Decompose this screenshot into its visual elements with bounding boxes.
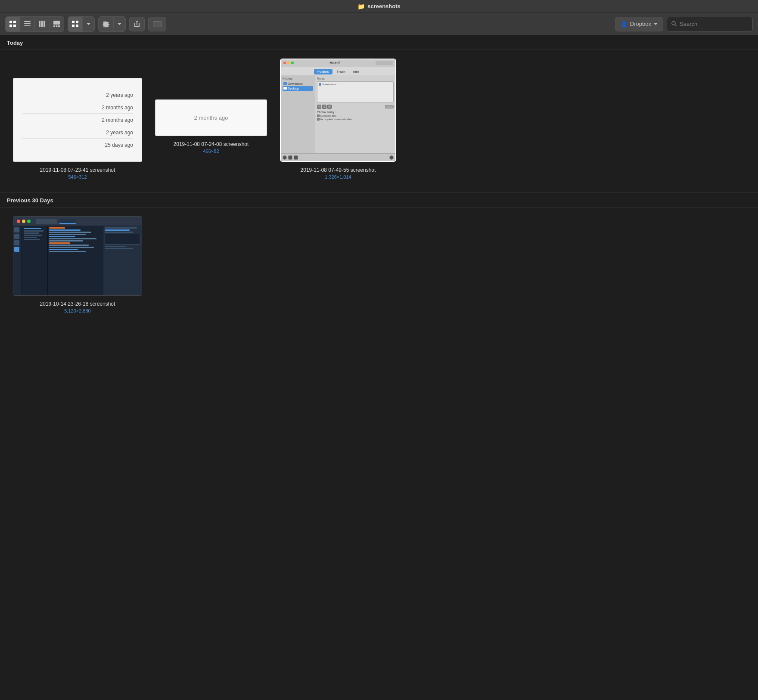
hazel-body: Folders Downloads Desktop Rules (281, 75, 395, 154)
svg-rect-11 (53, 25, 55, 27)
section-label-previous30: Previous 30 Days (7, 197, 53, 204)
svg-point-18 (672, 22, 675, 25)
svg-rect-10 (53, 21, 60, 25)
file-name-1: 2019-11-08 07-23-41 screenshot (40, 167, 115, 173)
svg-rect-4 (24, 21, 31, 22)
hazel-minimize-dot (287, 62, 290, 64)
svg-rect-0 (9, 21, 12, 23)
ide-file-tree (22, 226, 48, 295)
hazel-checkbox (319, 83, 321, 86)
grid-size-btn[interactable] (68, 17, 82, 31)
section-header-today: Today (0, 35, 758, 50)
ide-editor (48, 226, 103, 295)
hazel-rules-box: Screenshots (317, 81, 394, 103)
quicklook-btn[interactable] (148, 17, 166, 31)
ide-left-sidebar (13, 226, 22, 295)
file-dimensions-4: 5,120×2,880 (64, 308, 90, 313)
thumbnail-1: 2 years ago 2 months ago 2 months ago 2 … (13, 78, 142, 162)
ide-titlebar (13, 217, 142, 226)
grid-size-group (68, 16, 95, 32)
thumb-row-1: 2 years ago (22, 92, 133, 101)
file-dimensions-1: 546×312 (68, 174, 87, 180)
svg-rect-1 (13, 21, 16, 23)
hazel-rules-title: Rules (317, 77, 394, 80)
search-box (667, 17, 753, 31)
thumb-row-2: 2 months ago (22, 105, 133, 114)
file-dimensions-3: 1,326×1,014 (325, 174, 351, 180)
window-title: 📁 screenshots (357, 3, 401, 10)
list-item[interactable]: 2 months ago 2019-11-08 07-24-08 screens… (155, 99, 267, 154)
thumb-row-4: 2 years ago (22, 130, 133, 139)
ide-close-dot (17, 220, 20, 223)
svg-rect-2 (9, 25, 12, 27)
ide-right-panel (103, 226, 142, 295)
ide-status-bar (13, 295, 142, 296)
section-label-today: Today (7, 40, 23, 46)
folder-icon: 📁 (357, 3, 365, 10)
hazel-folder-downloads: Downloads (283, 81, 313, 86)
toolbar: Dropbox (0, 13, 758, 35)
hazel-close-dot (283, 62, 286, 64)
svg-rect-8 (41, 21, 43, 27)
ide-expand-dot (27, 220, 31, 223)
hazel-sidebar-title: Folders (283, 77, 313, 80)
thumbnail-3: Hazel Folders Trash Info Folders (280, 59, 396, 162)
file-name-2: 2019-11-08 07-24-08 screenshot (174, 141, 249, 147)
thumb-hazel-view: Hazel Folders Trash Info Folders (280, 59, 396, 162)
thumb-box-view: 2 months ago (155, 99, 267, 136)
section-header-previous30: Previous 30 Days (0, 193, 758, 208)
hazel-folder-desktop: Desktop (283, 86, 313, 91)
list-item[interactable]: 2 years ago 2 months ago 2 months ago 2 … (13, 78, 142, 180)
hazel-bottom-icon-1 (283, 155, 287, 160)
share-btn[interactable] (129, 17, 145, 31)
svg-rect-12 (56, 25, 58, 27)
svg-rect-6 (24, 25, 31, 26)
ide-body (13, 226, 142, 295)
window-title-text: screenshots (367, 3, 401, 9)
search-input[interactable] (680, 21, 744, 27)
thumb-list-view: 2 years ago 2 months ago 2 months ago 2 … (13, 78, 142, 162)
today-section-content: 2 years ago 2 months ago 2 months ago 2 … (0, 50, 758, 192)
hazel-tabs: Folders Trash Info (281, 67, 395, 75)
grid-size-dropdown-btn[interactable] (82, 17, 94, 31)
view-gallery-btn[interactable] (49, 17, 64, 31)
thumb-ide-view (13, 216, 142, 296)
hazel-rule-screenshots: Screenshots (319, 83, 392, 86)
hazel-title: Hazel (295, 61, 374, 65)
hazel-folder-icon (283, 82, 287, 85)
hazel-bottom-icon-3 (294, 155, 298, 160)
thumbnail-2: 2 months ago (155, 99, 267, 136)
settings-group (98, 16, 126, 32)
svg-rect-7 (39, 21, 40, 27)
previous30-section-content: 2019-10-14 23-26-18 screenshot 5,120×2,8… (0, 208, 758, 326)
hazel-bottom-toolbar (281, 153, 395, 161)
svg-rect-13 (58, 25, 60, 27)
hazel-tab-trash: Trash (333, 69, 349, 74)
hazel-titlebar: Hazel (281, 59, 395, 67)
svg-rect-9 (43, 21, 45, 27)
search-icon (671, 21, 677, 27)
hazel-folder-icon-selected (283, 87, 287, 90)
hazel-tab-folders: Folders (314, 69, 332, 74)
svg-line-19 (675, 25, 677, 27)
svg-rect-17 (76, 25, 78, 27)
thumb-row-5: 25 days ago (22, 142, 133, 148)
svg-rect-14 (72, 21, 75, 23)
file-name-4: 2019-10-14 23-26-18 screenshot (40, 301, 115, 307)
svg-rect-15 (76, 21, 78, 23)
svg-rect-5 (24, 23, 31, 24)
ide-minimize-dot (22, 220, 25, 223)
thumbnail-4 (13, 216, 142, 296)
list-item[interactable]: Hazel Folders Trash Info Folders (280, 59, 396, 180)
hazel-expand-dot (291, 62, 294, 64)
thumb-row-3: 2 months ago (22, 117, 133, 126)
settings-btn[interactable] (99, 17, 113, 31)
view-grid-btn[interactable] (6, 17, 20, 31)
view-columns-btn[interactable] (34, 17, 49, 31)
list-item[interactable]: 2019-10-14 23-26-18 screenshot 5,120×2,8… (13, 216, 142, 313)
settings-dropdown-btn[interactable] (113, 17, 125, 31)
file-dimensions-2: 466×82 (203, 149, 219, 154)
dropbox-label: Dropbox (630, 21, 651, 27)
view-list-btn[interactable] (20, 17, 34, 31)
dropbox-btn[interactable]: Dropbox (615, 17, 663, 31)
